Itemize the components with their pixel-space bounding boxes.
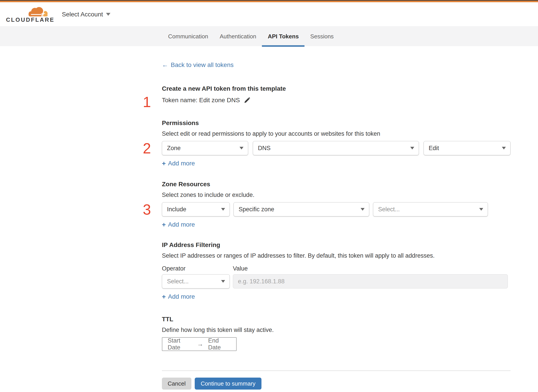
step-number-3: 3 <box>143 202 151 217</box>
arrow-right-icon: → <box>197 341 203 348</box>
tab-api-tokens[interactable]: API Tokens <box>262 27 304 46</box>
top-accent-bar <box>0 0 538 2</box>
zone-type-value: Specific zone <box>239 206 274 213</box>
ip-operator-select[interactable]: Select... <box>162 274 230 289</box>
zone-resources-add-more-link[interactable]: + Add more <box>162 221 195 228</box>
ttl-section: TTL Define how long this token will stay… <box>162 316 510 351</box>
tab-authentication[interactable]: Authentication <box>214 27 262 46</box>
end-date-placeholder: End Date <box>208 337 231 351</box>
continue-to-summary-button[interactable]: Continue to summary <box>195 378 262 390</box>
back-link-label: Back to view all tokens <box>171 61 234 69</box>
add-more-label: Add more <box>168 160 195 167</box>
plus-icon: + <box>162 160 166 167</box>
token-name-section: 1 Create a new API token from this templ… <box>162 85 510 105</box>
permission-service-select[interactable]: DNS <box>253 141 419 155</box>
add-more-label: Add more <box>168 221 195 228</box>
account-selector[interactable]: Select Account <box>62 11 110 18</box>
main-content: ← Back to view all tokens 1 Create a new… <box>0 46 538 390</box>
permission-service-value: DNS <box>258 145 271 152</box>
permission-scope-select[interactable]: Zone <box>162 141 248 155</box>
ttl-description: Define how long this token will stay act… <box>162 326 510 334</box>
ip-filtering-add-more-link[interactable]: + Add more <box>162 293 195 300</box>
account-selector-label: Select Account <box>62 11 103 18</box>
ip-filtering-section: IP Address Filtering Select IP addresses… <box>162 241 510 300</box>
ip-value-input <box>233 274 508 289</box>
operator-label: Operator <box>162 265 233 272</box>
chevron-down-icon <box>221 208 225 211</box>
chevron-down-icon <box>479 208 483 211</box>
ttl-title: TTL <box>162 316 510 323</box>
zone-include-value: Include <box>167 206 186 213</box>
chevron-down-icon <box>239 147 243 149</box>
create-token-title: Create a new API token from this templat… <box>162 85 510 93</box>
zone-include-select[interactable]: Include <box>162 202 230 216</box>
zone-type-select[interactable]: Specific zone <box>234 202 369 216</box>
value-label: Value <box>233 265 248 272</box>
chevron-down-icon <box>410 147 414 149</box>
permissions-add-more-link[interactable]: + Add more <box>162 160 195 167</box>
zone-resources-title: Zone Resources <box>162 181 510 188</box>
back-arrow-icon: ← <box>162 61 168 69</box>
chevron-down-icon <box>106 13 110 16</box>
token-name-text: Token name: Edit zone DNS <box>162 97 240 104</box>
footer-actions: Cancel Continue to summary <box>162 378 510 390</box>
ttl-date-range-picker[interactable]: Start Date → End Date <box>162 337 237 351</box>
cloudflare-wordmark: CLOUDFLARE <box>6 16 55 23</box>
ip-filtering-description: Select IP addresses or ranges of IP addr… <box>162 252 510 259</box>
start-date-placeholder: Start Date <box>168 337 192 351</box>
permission-scope-value: Zone <box>167 145 181 152</box>
add-more-label: Add more <box>168 293 195 300</box>
permissions-title: Permissions <box>162 119 510 127</box>
step-number-2: 2 <box>143 141 151 156</box>
chevron-down-icon <box>502 147 506 149</box>
app-header: CLOUDFLARE Select Account <box>0 2 538 27</box>
cloudflare-cloud-icon <box>27 6 49 18</box>
footer-divider <box>162 370 510 371</box>
chevron-down-icon <box>221 280 225 283</box>
plus-icon: + <box>162 293 166 300</box>
zone-resources-section: 3 Zone Resources Select zones to include… <box>162 181 510 228</box>
back-to-tokens-link[interactable]: ← Back to view all tokens <box>162 61 234 69</box>
ip-filtering-title: IP Address Filtering <box>162 241 510 249</box>
zone-picker-placeholder: Select... <box>378 206 400 213</box>
ip-operator-placeholder: Select... <box>167 278 189 285</box>
tab-communication[interactable]: Communication <box>162 27 214 46</box>
permission-access-value: Edit <box>429 145 439 152</box>
edit-pencil-icon[interactable] <box>243 97 251 104</box>
permission-access-select[interactable]: Edit <box>424 141 510 155</box>
step-number-1: 1 <box>143 95 151 109</box>
zone-resources-description: Select zones to include or exclude. <box>162 191 510 199</box>
permissions-description: Select edit or read permissions to apply… <box>162 130 510 137</box>
plus-icon: + <box>162 221 166 228</box>
zone-picker-select[interactable]: Select... <box>373 202 488 216</box>
cancel-button[interactable]: Cancel <box>162 378 191 390</box>
chevron-down-icon <box>360 208 365 211</box>
tab-bar: Communication Authentication API Tokens … <box>0 27 538 46</box>
permissions-section: 2 Permissions Select edit or read permis… <box>162 119 510 167</box>
tab-sessions[interactable]: Sessions <box>304 27 340 46</box>
cloudflare-logo[interactable]: CLOUDFLARE <box>6 5 49 24</box>
